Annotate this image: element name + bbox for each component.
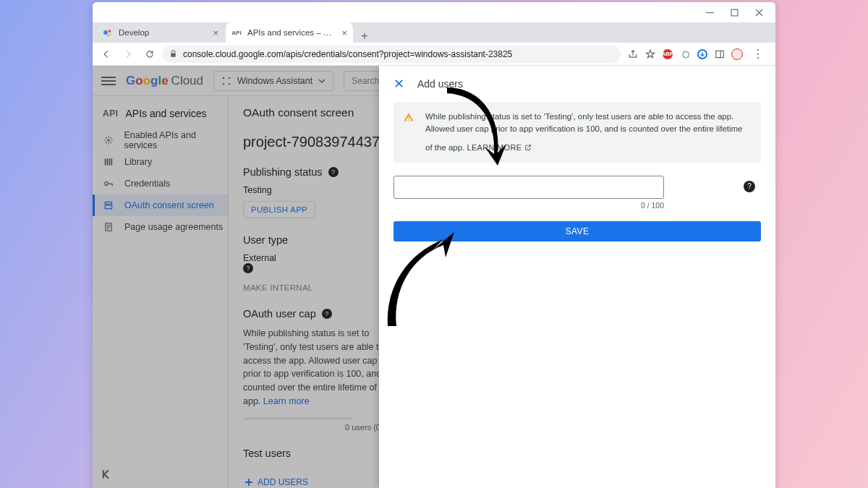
tab-close-icon[interactable]: × [337, 27, 347, 38]
annotation-arrow-up [375, 218, 461, 336]
tab-close-icon[interactable]: × [208, 27, 218, 38]
assistant-icon [103, 27, 113, 38]
address-field[interactable]: console.cloud.google.com/apis/credential… [162, 46, 621, 63]
window-close-button[interactable] [746, 3, 771, 22]
lock-icon [169, 50, 177, 58]
profile-avatar[interactable] [731, 48, 744, 61]
panel-close-button[interactable]: ✕ [393, 76, 404, 92]
new-tab-button[interactable]: + [354, 30, 375, 43]
window-maximize-button[interactable] [722, 3, 746, 22]
window-minimize-button[interactable] [697, 3, 722, 22]
svg-rect-1 [731, 9, 738, 16]
tab-title: Develop [119, 28, 208, 37]
window-titlebar [93, 2, 775, 22]
nav-back-button[interactable] [97, 45, 116, 64]
svg-point-5 [108, 35, 109, 36]
page-viewport: Google Cloud Windows Assistant Search (/… [93, 66, 775, 488]
api-favicon-icon: API [231, 27, 242, 38]
extension-icons: ABP ⋮ [624, 47, 771, 61]
browser-tab-develop[interactable]: Develop × [97, 22, 224, 43]
svg-rect-6 [716, 51, 724, 57]
svg-rect-23 [408, 119, 409, 120]
external-link-icon [524, 144, 532, 151]
download-icon[interactable] [696, 48, 709, 61]
svg-point-4 [109, 33, 111, 35]
warning-icon [404, 112, 414, 126]
bookmark-star-icon[interactable] [644, 48, 657, 61]
svg-rect-22 [408, 116, 409, 119]
annotation-arrow-down [425, 80, 512, 199]
address-bar: console.cloud.google.com/apis/credential… [93, 43, 775, 66]
svg-rect-0 [706, 12, 714, 12]
nav-reload-button[interactable] [140, 45, 159, 64]
url-text: console.cloud.google.com/apis/credential… [183, 49, 512, 59]
svg-point-3 [109, 30, 111, 33]
tab-title: APIs and services – Windows Ass… [247, 28, 337, 37]
modal-scrim[interactable] [93, 66, 379, 488]
tab-strip: Develop × API APIs and services – Window… [93, 22, 775, 43]
char-counter: 0 / 100 [393, 201, 664, 210]
nav-forward-button[interactable] [119, 45, 137, 64]
extensions-icon[interactable] [678, 48, 692, 61]
adblock-icon[interactable]: ABP [661, 48, 674, 61]
svg-point-2 [103, 30, 108, 35]
share-icon[interactable] [626, 48, 639, 61]
help-icon[interactable]: ? [744, 181, 755, 192]
browser-menu-button[interactable]: ⋮ [748, 47, 768, 61]
panel-icon[interactable] [713, 48, 726, 61]
browser-tab-api[interactable]: API APIs and services – Windows Ass… × [226, 22, 353, 43]
chrome-window: Develop × API APIs and services – Window… [93, 2, 775, 488]
